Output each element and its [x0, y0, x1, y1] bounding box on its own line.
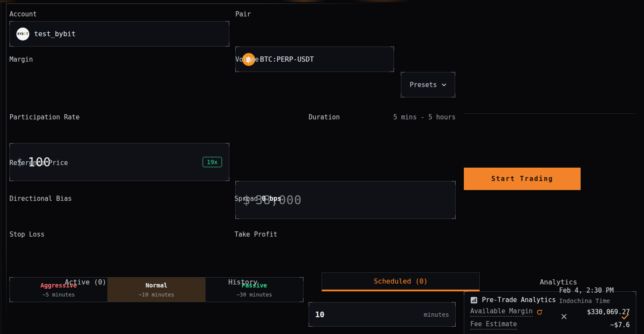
fee-estimate-label: Fee Estimate — [470, 320, 517, 330]
account-label: Account — [9, 10, 37, 18]
account-value: test_bybit — [34, 30, 75, 38]
window-edge — [1, 0, 1, 334]
pair-label: Pair — [235, 10, 251, 18]
bybit-logo-icon: BYBIT — [16, 28, 29, 41]
refresh-icon[interactable] — [536, 309, 543, 315]
directional-bias-label: Directional Bias — [9, 195, 72, 203]
timezone-label: Indochina Time — [559, 297, 610, 304]
presets-label: Presets — [410, 81, 437, 89]
spread-value: 0 bps — [262, 195, 281, 203]
panel-divider — [464, 113, 636, 114]
duration-value: 10 — [315, 310, 325, 319]
tab-history[interactable]: History — [164, 272, 322, 291]
picker-confirm-button[interactable] — [621, 313, 630, 320]
tab-scheduled[interactable]: Scheduled (0) — [322, 272, 480, 291]
bottom-tabs: Active (0) History Scheduled (0) Analyti… — [7, 272, 637, 291]
trading-app: Account BYBIT test_bybit Pair ฿ BTC:PERP… — [0, 0, 644, 334]
pair-select[interactable]: ฿ BTC:PERP-USDT — [235, 47, 394, 72]
stop-loss-label: Stop Loss — [9, 231, 44, 238]
form-frame-border-left — [6, 3, 6, 325]
take-profit-label: Take Profit — [234, 231, 277, 238]
available-margin-label: Available Margin — [470, 307, 533, 317]
selected-datetime: Feb 4, 2:30 PM — [559, 287, 613, 294]
account-select[interactable]: BYBIT test_bybit — [9, 21, 229, 47]
chevron-down-icon — [441, 83, 447, 87]
leverage-badge[interactable]: 19x — [203, 157, 222, 167]
reference-price-label: Reference Price — [9, 159, 68, 167]
duration-input[interactable]: 10 minutes — [309, 302, 456, 327]
duration-label: Duration — [309, 113, 340, 121]
pre-trade-analytics-panel: Pre-Trade Analytics Available Margin $33… — [464, 291, 636, 334]
start-trading-button[interactable]: Start Trading — [464, 168, 581, 190]
tab-active[interactable]: Active (0) — [7, 272, 164, 291]
pair-value: BTC:PERP-USDT — [260, 55, 314, 63]
panel-title: Pre-Trade Analytics — [482, 296, 556, 304]
margin-label: Margin — [9, 56, 33, 63]
presets-button[interactable]: Presets — [401, 72, 455, 97]
duration-unit: minutes — [424, 311, 449, 318]
bar-chart-icon — [470, 297, 478, 304]
analytics-row: Fee Estimate ~$7.6 — [470, 320, 630, 330]
spread-label: Spread 0 bps — [234, 195, 281, 203]
duration-range-hint: 5 mins - 5 hours — [394, 113, 456, 121]
analytics-row: Available Margin $330,069.27 — [470, 307, 630, 317]
picker-cancel-button[interactable] — [560, 312, 568, 321]
form-frame-border — [6, 3, 385, 4]
fee-estimate-value: ~$7.6 — [610, 321, 630, 329]
participation-label: Participation Rate — [9, 113, 80, 121]
volume-label: Volume — [235, 56, 259, 63]
